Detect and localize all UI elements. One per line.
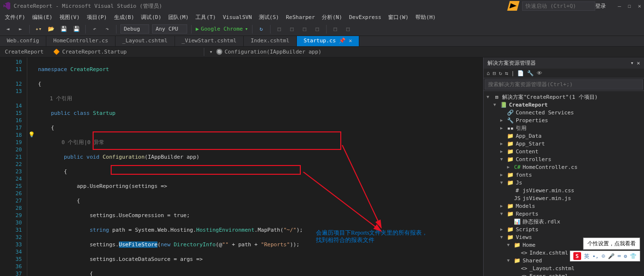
tree-node[interactable]: ▶▪▪引用: [485, 124, 643, 132]
show-all-icon[interactable]: 📄: [517, 70, 524, 76]
expand-icon[interactable]: ▶: [500, 149, 505, 154]
open-file-button[interactable]: 📂: [46, 24, 56, 34]
tab-startup-cs[interactable]: Startup.cs📌 ✕: [297, 36, 359, 46]
tree-node[interactable]: ▼⊞解决方案"CreateReport"(1 个项目): [485, 93, 643, 101]
expand-icon[interactable]: ▶: [500, 118, 505, 123]
expand-icon[interactable]: ▼: [500, 157, 505, 162]
tree-node[interactable]: ▶📁App_Start: [485, 140, 643, 147]
nav-class[interactable]: 🔶 CreateReport.Startup: [48, 48, 204, 56]
expand-icon[interactable]: ▼: [507, 258, 512, 263]
tree-node[interactable]: ▶📁Content: [485, 147, 643, 155]
tree-node[interactable]: ▼📗CreateReport: [485, 101, 643, 109]
tree-node[interactable]: #jsViewer.min.css: [485, 186, 643, 194]
code-editor[interactable]: 1011121314151617181920212223242526272829…: [0, 57, 483, 276]
home-icon[interactable]: ⌂: [487, 70, 490, 76]
tab-web-config[interactable]: Web.config: [0, 36, 46, 46]
menu-p[interactable]: 项目(P): [84, 13, 110, 22]
undo-button[interactable]: ↶: [90, 24, 99, 34]
ime-emoji-icon[interactable]: ☺: [602, 253, 605, 259]
tab-_layout-cshtml[interactable]: _Layout.cshtml: [116, 36, 175, 46]
ime-settings-icon[interactable]: ⚙: [624, 253, 627, 259]
tb-icon-4[interactable]: ⬚: [312, 24, 322, 34]
expand-icon[interactable]: ▼: [493, 102, 498, 107]
preview-icon[interactable]: 👁: [537, 70, 542, 76]
collapse-icon[interactable]: ⊟: [493, 70, 496, 76]
platform-select[interactable]: Any CPU: [152, 24, 187, 34]
minimize-button[interactable]: —: [618, 3, 621, 9]
tree-node[interactable]: <>_Layout.cshtml: [485, 264, 643, 272]
ime-lang[interactable]: 英: [584, 253, 589, 260]
ime-punct-icon[interactable]: •,: [592, 253, 599, 259]
tree-node[interactable]: 🔗Connected Services: [485, 109, 643, 116]
tree-node[interactable]: ▶🔧Properties: [485, 116, 643, 124]
tb-icon-5[interactable]: ⬚: [331, 24, 340, 34]
expand-icon[interactable]: ▼: [500, 180, 505, 185]
nav-member[interactable]: ▾ 🔘 Configuration(IAppBuilder app): [204, 48, 644, 56]
code-area[interactable]: namespace CreateReport { 1 个引用 public cl…: [35, 57, 483, 276]
tree-node[interactable]: JSjsViewer.min.js: [485, 194, 643, 202]
expand-icon[interactable]: ▶: [500, 203, 505, 208]
tree-node[interactable]: ▼📁Controllers: [485, 155, 643, 163]
tab-homecontroller-cs[interactable]: HomeController.cs: [46, 36, 116, 46]
menu-h[interactable]: 帮助(H): [412, 13, 439, 22]
expand-icon[interactable]: ▼: [487, 94, 491, 99]
expand-icon[interactable]: ▼: [500, 211, 505, 216]
menu-v[interactable]: 视图(V): [57, 13, 83, 22]
ime-voice-icon[interactable]: 🎤: [608, 253, 615, 259]
menu-visualsvn[interactable]: VisualSVN: [220, 13, 255, 21]
tree-node[interactable]: ▶📁Models: [485, 202, 643, 210]
tree-node[interactable]: 📁App_Data: [485, 132, 643, 140]
refresh-icon[interactable]: ↻: [499, 70, 502, 76]
menu-f[interactable]: 文件(F): [2, 13, 28, 22]
tb-icon-1[interactable]: ⬚: [274, 24, 284, 34]
tree-node[interactable]: 📊静态报表.rdlx: [485, 218, 643, 225]
new-project-button[interactable]: ✦▾: [34, 24, 43, 34]
menu-e[interactable]: 编辑(E): [29, 13, 56, 22]
tb-icon-3[interactable]: ⬚: [300, 24, 310, 34]
tab-_viewstart-cshtml[interactable]: _ViewStart.cshtml: [175, 36, 244, 46]
menu-m[interactable]: 团队(M): [165, 13, 192, 22]
signin-link[interactable]: 登录: [595, 2, 606, 10]
save-button[interactable]: 💾: [59, 24, 69, 34]
expand-icon[interactable]: ▶: [507, 165, 512, 169]
personalize-popup[interactable]: 个性设置，点我看看: [583, 238, 640, 250]
menu-b[interactable]: 生成(B): [111, 13, 137, 22]
tree-node[interactable]: ▶📁fonts: [485, 171, 643, 179]
ime-bar[interactable]: S 英 •, ☺ 🎤 ⌨ ⚙ 👕: [570, 251, 640, 261]
nav-scope[interactable]: CreateReport: [0, 48, 48, 56]
sync-icon[interactable]: ⇆: [505, 70, 508, 76]
expand-icon[interactable]: ▼: [507, 242, 512, 247]
start-debug-button[interactable]: ▶ Google Chrome ▾: [195, 26, 248, 32]
notification-icon[interactable]: [507, 1, 519, 11]
menu-s[interactable]: 测试(S): [256, 13, 282, 22]
config-select[interactable]: Debug: [120, 24, 149, 34]
nav-forward-button[interactable]: ►: [16, 24, 25, 34]
panel-dropdown-icon[interactable]: ▾ ✕: [630, 60, 640, 66]
nav-back-button[interactable]: ◄: [3, 24, 13, 34]
menu-devexpress[interactable]: DevExpress: [346, 13, 384, 21]
expand-icon[interactable]: ▶: [500, 141, 505, 146]
tree-node[interactable]: ▼📁Reports: [485, 210, 643, 218]
tree-node[interactable]: ▼📁Js: [485, 179, 643, 186]
menu-t[interactable]: 工具(T): [193, 13, 219, 22]
lightbulb-icon[interactable]: 💡: [28, 131, 35, 138]
tree-node[interactable]: <>Error.cshtml: [485, 272, 643, 276]
solution-search-input[interactable]: [485, 79, 643, 90]
ime-skin-icon[interactable]: 👕: [630, 253, 637, 259]
tb-icon-2[interactable]: ⬚: [287, 24, 297, 34]
close-button[interactable]: ✕: [638, 3, 641, 9]
browser-link-button[interactable]: ↻: [256, 24, 266, 34]
maximize-button[interactable]: ☐: [628, 3, 631, 9]
tree-node[interactable]: ▶C#HomeController.cs: [485, 163, 643, 171]
ime-keyboard-icon[interactable]: ⌨: [618, 253, 621, 259]
expand-icon[interactable]: ▶: [500, 227, 505, 232]
tab-index-cshtml[interactable]: Index.cshtml: [244, 36, 296, 46]
menu-n[interactable]: 分析(N): [319, 13, 345, 22]
menu-resharper[interactable]: ReSharper: [283, 13, 318, 21]
quick-launch-input[interactable]: [522, 1, 595, 11]
expand-icon[interactable]: ▶: [500, 172, 505, 177]
properties-icon[interactable]: 🔧: [527, 70, 534, 76]
expand-icon[interactable]: ▼: [500, 235, 505, 239]
tb-icon-6[interactable]: ⬚: [343, 24, 353, 34]
menu-w[interactable]: 窗口(W): [385, 13, 411, 22]
